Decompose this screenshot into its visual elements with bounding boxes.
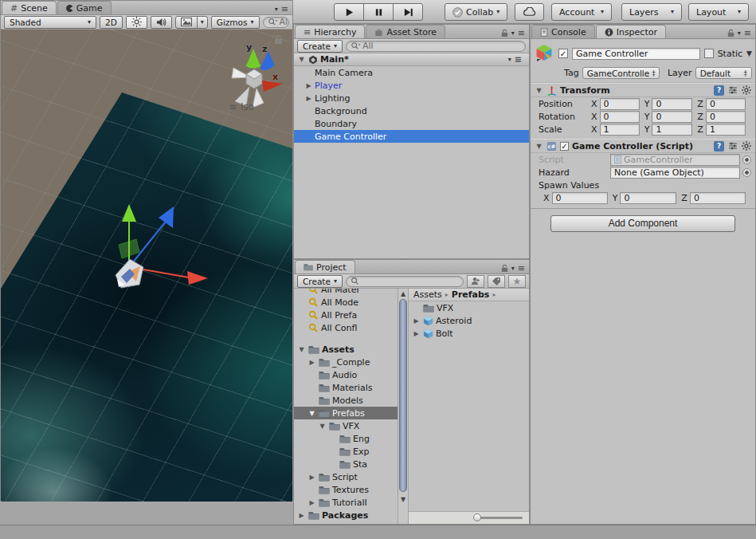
- favorites-star-button[interactable]: ★: [508, 275, 526, 288]
- foldout-closed-icon[interactable]: ▶: [307, 499, 316, 506]
- project-tree-item[interactable]: ▼VFX: [294, 419, 398, 432]
- foldout-open-icon[interactable]: ▼: [307, 410, 316, 417]
- foldout-open-icon[interactable]: ▼: [297, 346, 306, 353]
- search-by-label-button[interactable]: [488, 275, 505, 288]
- foldout-closed-icon[interactable]: ▶: [304, 82, 313, 89]
- scroll-up-arrow[interactable]: ▲: [398, 290, 408, 297]
- spawn-value-field[interactable]: 0: [620, 192, 676, 204]
- project-tree-item[interactable]: Materials: [294, 381, 398, 394]
- script-object-field[interactable]: GameController: [610, 154, 740, 166]
- hierarchy-tab-menu[interactable]: ▾≡: [501, 28, 529, 38]
- gear-icon[interactable]: [742, 85, 751, 95]
- object-picker-icon[interactable]: [742, 168, 751, 177]
- breadcrumb-assets[interactable]: Assets: [413, 289, 442, 300]
- scene-audio-toggle[interactable]: [151, 16, 172, 29]
- tab-asset-store[interactable]: Asset Store: [366, 25, 445, 38]
- hierarchy-search-input[interactable]: All: [346, 41, 526, 52]
- scroll-down-arrow[interactable]: ▼: [398, 496, 408, 503]
- player-ship-move-gizmo[interactable]: [95, 199, 222, 294]
- spawn-value-field[interactable]: 0: [552, 192, 608, 204]
- project-tree-item[interactable]: Audio: [294, 368, 398, 381]
- static-dropdown-icon[interactable]: ▼: [746, 50, 752, 57]
- project-favorite-item[interactable]: All Confl: [294, 321, 398, 334]
- tag-dropdown[interactable]: GameControlle‡: [582, 67, 660, 79]
- foldout-open-icon[interactable]: ▼: [318, 423, 327, 430]
- spawn-value-field[interactable]: 0: [690, 192, 746, 204]
- collab-dropdown[interactable]: Collab▾: [445, 3, 507, 21]
- x-axis-handle[interactable]: [187, 271, 208, 285]
- project-asset-item[interactable]: ▶Bolt: [409, 327, 529, 340]
- project-create-dropdown[interactable]: Create▾: [297, 275, 343, 288]
- scrollbar-thumb[interactable]: [399, 299, 407, 492]
- y-axis-handle[interactable]: [122, 204, 136, 222]
- axis-value-field[interactable]: 0: [652, 111, 692, 123]
- axis-value-field[interactable]: 1: [652, 124, 692, 136]
- project-tree-item[interactable]: ▶Script: [294, 470, 398, 483]
- project-tree-item[interactable]: ▶TutorialI: [294, 496, 398, 509]
- tab-project[interactable]: Project: [295, 260, 355, 273]
- scene-lighting-toggle[interactable]: [126, 16, 147, 29]
- hierarchy-item[interactable]: Boundary: [294, 117, 529, 130]
- asset-zoom-slider[interactable]: [476, 517, 523, 519]
- scene-effects-dropdown[interactable]: ▾: [197, 16, 208, 29]
- project-tree-item[interactable]: ▶Packages: [294, 509, 398, 521]
- hierarchy-item[interactable]: Game Controller: [294, 130, 529, 143]
- project-tree-scrollbar[interactable]: ▲ ▼: [398, 289, 409, 524]
- scene-tab-menu[interactable]: ▾≡: [275, 4, 292, 14]
- scene-viewport[interactable]: y z x ≡Iso: [1, 30, 292, 502]
- help-icon[interactable]: ?: [714, 85, 724, 96]
- gameobject-name-field[interactable]: Game Controller: [572, 48, 700, 60]
- shading-mode-dropdown[interactable]: Shaded▾: [4, 16, 96, 29]
- tab-hierarchy[interactable]: ≡Hierarchy: [295, 25, 365, 38]
- gameobject-active-checkbox[interactable]: ✓: [558, 49, 568, 58]
- hierarchy-create-dropdown[interactable]: Create▾: [297, 40, 343, 53]
- breadcrumb-current[interactable]: Prefabs: [452, 289, 490, 300]
- foldout-closed-icon[interactable]: ▶: [297, 512, 306, 519]
- 2d-toggle-button[interactable]: 2D: [100, 16, 123, 29]
- layout-dropdown[interactable]: Layout▾: [688, 3, 749, 21]
- gear-icon[interactable]: [742, 141, 751, 151]
- hazard-object-field[interactable]: None (Game Object): [610, 167, 740, 179]
- project-tree-item[interactable]: Eng: [294, 432, 398, 445]
- project-tree-item[interactable]: Models: [294, 394, 398, 407]
- layer-dropdown[interactable]: Default‡: [695, 67, 752, 79]
- project-tree-item[interactable]: Sta: [294, 458, 398, 470]
- project-tree-item[interactable]: Exp: [294, 445, 398, 458]
- project-tree-item[interactable]: ▼Assets: [294, 343, 398, 356]
- project-favorite-item[interactable]: All Mode: [294, 296, 398, 309]
- step-button[interactable]: [393, 3, 423, 21]
- foldout-closed-icon[interactable]: ▶: [304, 95, 313, 102]
- axis-value-field[interactable]: 0: [706, 98, 746, 110]
- tab-console[interactable]: Console: [531, 25, 595, 38]
- script-component-header[interactable]: ▼ c# ✓ Game Controller (Script) ?: [531, 139, 755, 153]
- tab-inspector[interactable]: Inspector: [596, 25, 666, 38]
- foldout-open-icon[interactable]: ▼: [535, 143, 543, 150]
- project-asset-item[interactable]: ▶Asteroid: [409, 314, 529, 327]
- axis-value-field[interactable]: 0: [706, 111, 746, 123]
- project-tab-menu[interactable]: ▾≡: [501, 263, 529, 273]
- project-search-input[interactable]: [346, 276, 464, 287]
- presets-icon[interactable]: [728, 141, 738, 151]
- project-favorite-item[interactable]: All Mater: [294, 289, 398, 296]
- axis-value-field[interactable]: 0: [600, 111, 640, 123]
- scene-search-input[interactable]: Al: [263, 17, 290, 28]
- tab-game[interactable]: Game: [57, 1, 112, 14]
- scene-asset-row[interactable]: ▼ Main* ▾≡: [294, 53, 529, 66]
- hierarchy-item[interactable]: Main Camera: [294, 66, 529, 79]
- x-axis-cone[interactable]: [262, 81, 283, 92]
- inspector-tab-menu[interactable]: ▾≡: [727, 28, 755, 38]
- search-by-type-button[interactable]: [467, 275, 484, 288]
- foldout-closed-icon[interactable]: ▶: [307, 359, 316, 366]
- hierarchy-item[interactable]: ▶Player: [294, 79, 529, 92]
- hierarchy-item[interactable]: ▶Lighting: [294, 92, 529, 104]
- project-favorite-item[interactable]: All Prefa: [294, 309, 398, 321]
- axis-value-field[interactable]: 1: [600, 124, 640, 136]
- scene-effects-toggle[interactable]: [175, 16, 198, 29]
- hierarchy-item[interactable]: Background: [294, 104, 529, 117]
- axis-value-field[interactable]: 1: [706, 124, 746, 136]
- static-checkbox[interactable]: [704, 49, 714, 58]
- script-enabled-checkbox[interactable]: ✓: [560, 142, 569, 151]
- presets-icon[interactable]: [728, 85, 738, 95]
- slider-knob[interactable]: [473, 513, 481, 521]
- foldout-closed-icon[interactable]: ▶: [412, 330, 421, 337]
